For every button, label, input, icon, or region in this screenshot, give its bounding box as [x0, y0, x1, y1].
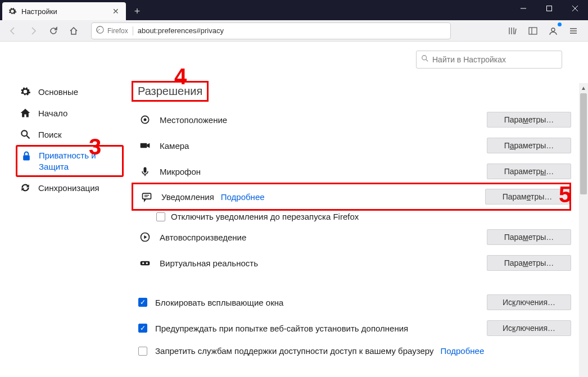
perm-row-notifications: Уведомления Подробнее Параметры…	[133, 185, 569, 208]
svg-rect-19	[144, 167, 147, 173]
account-button[interactable]	[545, 23, 561, 39]
maximize-button[interactable]	[536, 0, 562, 17]
svg-point-26	[146, 262, 148, 264]
svg-line-12	[27, 136, 30, 139]
svg-point-14	[422, 56, 427, 60]
home-button[interactable]	[65, 22, 82, 39]
perm-row-location: Местоположение Параметры…	[132, 108, 571, 131]
autoplay-icon	[138, 230, 152, 244]
checkbox-label: Отключить уведомления до перезапуска Fir…	[171, 212, 359, 221]
minimize-button[interactable]	[510, 0, 536, 17]
checkbox-icon[interactable]	[138, 347, 147, 356]
sidebar-item-general[interactable]: Основные	[16, 81, 124, 102]
camera-icon	[138, 139, 152, 152]
perm-settings-button[interactable]: Параметры…	[487, 163, 571, 179]
perm-label: Камера	[160, 141, 189, 151]
sidebar-label: Синхронизация	[38, 183, 99, 193]
perm-label: Микрофон	[160, 167, 201, 176]
disable-notif-checkbox[interactable]: Отключить уведомления до перезапуска Fir…	[156, 212, 571, 221]
perm-label: Виртуальная реальность	[160, 258, 258, 268]
perm-settings-button[interactable]: Параметры…	[487, 112, 571, 128]
sidebar-item-sync[interactable]: Синхронизация	[16, 177, 124, 198]
sidebar-item-search[interactable]: Поиск	[16, 124, 124, 145]
sidebar-label: Основные	[38, 87, 78, 97]
perm-label: Уведомления	[161, 192, 214, 202]
tab-title: Настройки	[21, 7, 111, 16]
gear-icon	[19, 85, 31, 98]
tab-close-button[interactable]: ✕	[111, 7, 120, 16]
home-icon	[19, 107, 31, 119]
vr-icon	[138, 256, 152, 270]
browser-tab[interactable]: Настройки ✕	[2, 2, 126, 20]
accessibility-check-row: Запретить службам поддержки доступности …	[132, 343, 571, 359]
svg-rect-5	[529, 28, 537, 34]
preferences-sidebar: Основные Начало Поиск Приватность и Защи…	[0, 42, 124, 377]
addon-check-row: Предупреждать при попытке веб-сайтов уст…	[132, 317, 571, 339]
svg-rect-18	[141, 143, 147, 148]
svg-line-15	[426, 60, 428, 62]
reload-button[interactable]	[45, 22, 62, 39]
perm-label: Местоположение	[160, 115, 227, 125]
svg-point-11	[21, 130, 27, 136]
perm-settings-button[interactable]: Параметры…	[487, 255, 571, 271]
learn-more-link[interactable]: Подробнее	[221, 192, 265, 202]
sidebar-label: Приватность и Защита	[39, 150, 119, 172]
svg-rect-24	[141, 261, 150, 266]
sidebar-button[interactable]	[525, 23, 541, 39]
settings-search-input[interactable]	[432, 55, 557, 64]
microphone-icon	[138, 165, 152, 178]
checkbox-icon[interactable]	[138, 298, 147, 307]
sidebar-label: Начало	[38, 108, 67, 118]
close-window-button[interactable]	[562, 0, 588, 17]
back-button[interactable]	[4, 22, 21, 39]
perm-row-autoplay: Автовоспроизведение Параметры…	[132, 226, 571, 248]
lock-icon	[21, 150, 32, 162]
section-title-box: Разрешения	[132, 81, 209, 102]
checkbox-icon[interactable]	[138, 324, 147, 333]
perm-row-microphone: Микрофон Параметры…	[132, 160, 571, 183]
perm-settings-button[interactable]: Параметры…	[485, 189, 569, 205]
notification-icon	[140, 190, 153, 203]
search-icon	[421, 54, 429, 65]
url-address: about:preferences#privacy	[138, 26, 224, 35]
new-tab-button[interactable]: +	[129, 3, 145, 19]
firefox-icon	[96, 26, 104, 36]
forward-button[interactable]	[25, 22, 42, 39]
section-title: Разрешения	[133, 83, 207, 100]
perm-row-notifications-box: Уведомления Подробнее Параметры…	[132, 183, 571, 211]
checkbox-icon[interactable]	[156, 212, 165, 221]
preferences-main: Разрешения Местоположение Параметры… Кам…	[124, 42, 588, 377]
sync-icon	[19, 181, 31, 194]
gear-icon	[8, 7, 17, 16]
svg-rect-13	[23, 155, 30, 160]
exceptions-button[interactable]: Исключения…	[487, 294, 571, 310]
svg-point-25	[142, 262, 144, 264]
library-button[interactable]	[505, 23, 521, 39]
perm-settings-button[interactable]: Параметры…	[487, 229, 571, 245]
search-icon	[19, 128, 31, 140]
svg-point-17	[144, 119, 147, 121]
menu-button[interactable]	[566, 23, 581, 39]
nav-toolbar: Firefox about:preferences#privacy	[0, 20, 588, 42]
perm-settings-button[interactable]: Параметры…	[487, 138, 571, 153]
url-label: Firefox	[107, 27, 128, 35]
settings-search[interactable]	[416, 51, 562, 69]
perm-row-camera: Камера Параметры…	[132, 134, 571, 157]
window-titlebar: Настройки ✕ +	[0, 0, 588, 20]
exceptions-button[interactable]: Исключения…	[487, 320, 571, 336]
checkbox-label: Блокировать всплывающие окна	[155, 298, 283, 307]
svg-rect-1	[547, 6, 552, 11]
url-bar[interactable]: Firefox about:preferences#privacy	[91, 22, 451, 39]
sidebar-item-privacy[interactable]: Приватность и Защита	[16, 145, 124, 177]
svg-rect-20	[143, 193, 151, 199]
learn-more-link[interactable]: Подробнее	[440, 346, 484, 356]
preferences-content: ▲ Основные Начало Поиск Приватность и За…	[0, 42, 588, 377]
checkbox-label: Предупреждать при попытке веб-сайтов уст…	[155, 324, 408, 333]
sidebar-label: Поиск	[38, 130, 62, 139]
svg-point-7	[551, 28, 555, 31]
perm-row-vr: Виртуальная реальность Параметры…	[132, 252, 571, 274]
perm-label: Автовоспроизведение	[160, 233, 246, 242]
window-controls	[510, 0, 588, 20]
checkbox-label: Запретить службам поддержки доступности …	[155, 346, 433, 356]
sidebar-item-home[interactable]: Начало	[16, 102, 124, 124]
